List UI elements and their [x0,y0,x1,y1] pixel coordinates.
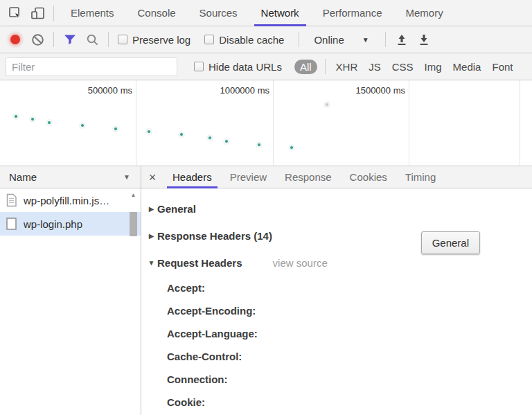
details-panel: × Headers Preview Response Cookies Timin… [141,166,532,415]
request-row-wp-polyfill[interactable]: wp-polyfill.min.js… [0,188,141,212]
funnel-icon [64,34,76,45]
request-row-wp-login[interactable]: wp-login.php [0,212,141,236]
disclosure-collapsed-icon[interactable]: ▶ [145,232,157,240]
header-name-cookie: Cookie: [167,391,532,414]
network-lower-split: Name ▼ wp-polyfill.min.js… [0,166,532,415]
timeline-gridline [520,80,520,166]
document-file-icon [6,217,17,231]
section-label: General [157,203,196,215]
tab-headers[interactable]: Headers [163,166,221,188]
request-name: wp-login.php [24,218,82,230]
record-button[interactable] [4,28,26,51]
timeline-gridline [136,80,136,166]
request-dot [180,133,183,136]
scroll-up-icon[interactable]: ▲ [129,189,138,200]
search-icon [86,33,99,46]
download-icon [418,33,430,46]
separator [299,32,299,47]
tab-preview[interactable]: Preview [221,166,276,188]
request-dot [15,115,17,118]
tab-network[interactable]: Network [249,0,311,26]
disclosure-collapsed-icon[interactable]: ▶ [145,205,157,213]
separator [108,32,109,47]
separator [53,6,54,21]
view-source-link[interactable]: view source [273,257,328,269]
request-headers-list: Accept: Accept-Encoding: Accept-Language… [145,276,532,414]
disclosure-expanded-icon[interactable]: ▼ [145,259,157,267]
device-toolbar-button[interactable] [26,2,48,24]
separator [385,32,386,47]
general-floating-button[interactable]: General [421,231,480,254]
type-filter-all[interactable]: All [294,60,317,74]
separator [53,32,54,47]
name-column-label: Name [9,171,37,183]
inspect-cursor-icon [8,6,22,20]
section-general[interactable]: ▶ General [145,195,532,222]
preserve-log-label[interactable]: Preserve log [132,34,190,46]
request-dot [209,136,211,139]
filter-input[interactable] [6,58,177,76]
request-dot [290,146,293,149]
separator [325,59,326,74]
filter-toggle-button[interactable] [59,28,81,51]
tab-response[interactable]: Response [276,166,341,188]
type-filter-font[interactable]: Font [486,61,518,73]
timeline-tick-label: 1500000 ms [355,85,409,96]
requests-scrollbar[interactable]: ▲ [129,189,138,267]
hide-data-urls-checkbox[interactable] [194,62,204,71]
timeline-gridline [273,80,274,166]
tab-console[interactable]: Console [126,0,188,26]
request-dot [48,121,51,124]
request-dot [148,130,150,133]
timeline-gridline [409,80,409,166]
request-dot [31,118,34,121]
filter-bar: Hide data URLs All XHR JS CSS Img Media … [0,53,532,80]
device-toolbar-icon [30,6,45,20]
request-name: wp-polyfill.min.js… [24,195,109,206]
type-filter-img[interactable]: Img [419,61,447,73]
type-filter-media[interactable]: Media [447,61,487,73]
hide-data-urls-label[interactable]: Hide data URLs [209,61,282,73]
clear-icon [31,33,44,46]
tab-sources[interactable]: Sources [188,0,249,26]
import-har-button[interactable] [391,28,413,51]
disable-cache-checkbox[interactable] [204,35,214,44]
request-dot [326,103,328,106]
tab-performance[interactable]: Performance [311,0,394,26]
name-column-header[interactable]: Name ▼ [0,166,141,188]
header-name-cache-control: Cache-Control: [167,345,532,368]
request-dot [225,140,228,143]
network-toolbar: Preserve log Disable cache Online ▼ [0,26,532,53]
export-har-button[interactable] [413,28,435,51]
timeline-tick-label: 500000 ms [88,85,136,96]
type-filter-js[interactable]: JS [363,61,387,73]
record-icon [10,35,20,44]
devtools-window: Elements Console Sources Network Perform… [0,0,532,415]
header-name-connection: Connection: [167,368,532,391]
tab-cookies[interactable]: Cookies [341,166,396,188]
type-filter-css[interactable]: CSS [387,61,419,73]
search-button[interactable] [81,28,103,51]
headers-content: ▶ General ▶ Response Headers (14) ▼ Requ… [141,188,532,415]
close-icon[interactable]: × [141,167,163,188]
preserve-log-checkbox[interactable] [118,35,127,44]
script-file-icon [6,193,17,207]
timeline-overview[interactable]: 500000 ms1000000 ms1500000 ms [0,80,532,166]
tab-elements[interactable]: Elements [59,0,126,26]
request-dot [81,124,84,127]
throttling-select[interactable]: Online [314,34,344,46]
chevron-down-icon[interactable]: ▼ [362,36,369,44]
request-dot [114,127,117,130]
type-filter-xhr[interactable]: XHR [330,61,364,73]
disable-cache-label[interactable]: Disable cache [219,34,284,46]
scrollbar-thumb[interactable] [130,212,137,236]
inspect-element-button[interactable] [4,2,26,24]
tab-memory[interactable]: Memory [394,0,455,26]
sort-caret-icon[interactable]: ▼ [123,173,130,181]
tab-timing[interactable]: Timing [396,166,445,188]
upload-icon [396,33,408,46]
clear-button[interactable] [26,28,48,51]
details-tabbar: × Headers Preview Response Cookies Timin… [141,166,532,188]
header-name-accept: Accept: [167,276,532,299]
requests-panel: Name ▼ wp-polyfill.min.js… [0,166,141,415]
